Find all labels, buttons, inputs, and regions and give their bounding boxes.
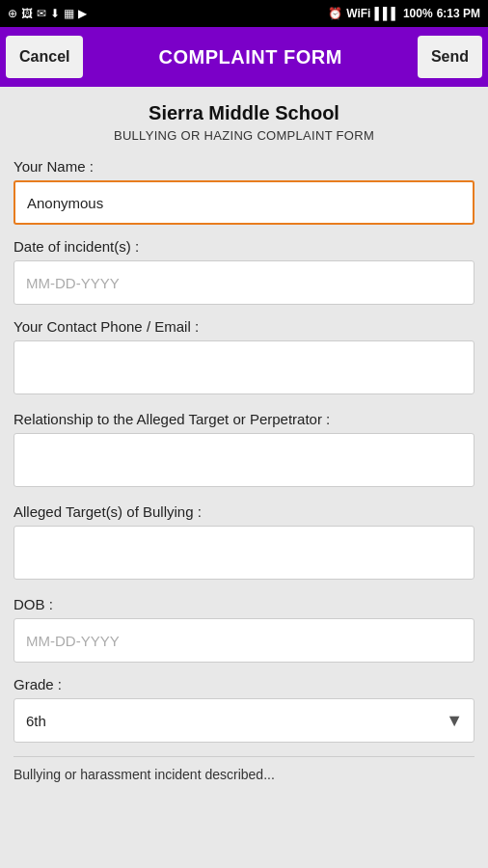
grade-select-wrapper: 6th 7th 8th ▼ <box>14 698 474 743</box>
date-of-incident-label: Date of incident(s) : <box>14 238 474 255</box>
add-icon: ⊕ <box>8 7 17 20</box>
battery-label: 100% <box>403 7 433 20</box>
download-icon: ⬇ <box>50 7 60 20</box>
grid-icon: ▦ <box>64 7 74 20</box>
send-button[interactable]: Send <box>418 36 482 78</box>
signal-icon: ▌▌▌ <box>374 7 399 20</box>
alleged-target-label: Alleged Target(s) of Bullying : <box>14 503 474 520</box>
status-bar-left: ⊕ 🖼 ✉ ⬇ ▦ ▶ <box>8 7 87 20</box>
contact-phone-label: Your Contact Phone / Email : <box>14 318 474 335</box>
wifi-icon: WiFi <box>346 7 370 20</box>
relationship-input[interactable] <box>14 433 474 487</box>
image-icon: 🖼 <box>21 7 33 20</box>
page-title: COMPLAINT FORM <box>87 46 413 68</box>
dob-label: DOB : <box>14 596 474 612</box>
grade-label: Grade : <box>14 676 474 692</box>
grade-select[interactable]: 6th 7th 8th <box>14 698 474 743</box>
partial-content-hint: Bullying or harassment incident describe… <box>14 756 474 782</box>
your-name-label: Your Name : <box>14 158 474 175</box>
alleged-target-input[interactable] <box>14 526 474 580</box>
form-content: Sierra Middle School BULLYING OR HAZING … <box>0 87 488 805</box>
status-bar-right: ⏰ WiFi ▌▌▌ 100% 6:13 PM <box>328 7 480 20</box>
cancel-button[interactable]: Cancel <box>6 36 83 78</box>
status-bar: ⊕ 🖼 ✉ ⬇ ▦ ▶ ⏰ WiFi ▌▌▌ 100% 6:13 PM <box>0 0 488 27</box>
play-icon: ▶ <box>78 7 87 20</box>
date-of-incident-input[interactable] <box>14 260 474 305</box>
form-subtitle: BULLYING OR HAZING COMPLAINT FORM <box>14 128 474 143</box>
time-label: 6:13 PM <box>437 7 480 20</box>
nav-bar: Cancel COMPLAINT FORM Send <box>0 27 488 87</box>
mail-icon: ✉ <box>37 7 46 20</box>
school-name: Sierra Middle School <box>14 102 474 124</box>
relationship-label: Relationship to the Alleged Target or Pe… <box>14 411 474 427</box>
contact-phone-input[interactable] <box>14 340 474 394</box>
your-name-input[interactable] <box>14 180 474 225</box>
alarm-icon: ⏰ <box>328 7 342 20</box>
dob-input[interactable] <box>14 618 474 663</box>
